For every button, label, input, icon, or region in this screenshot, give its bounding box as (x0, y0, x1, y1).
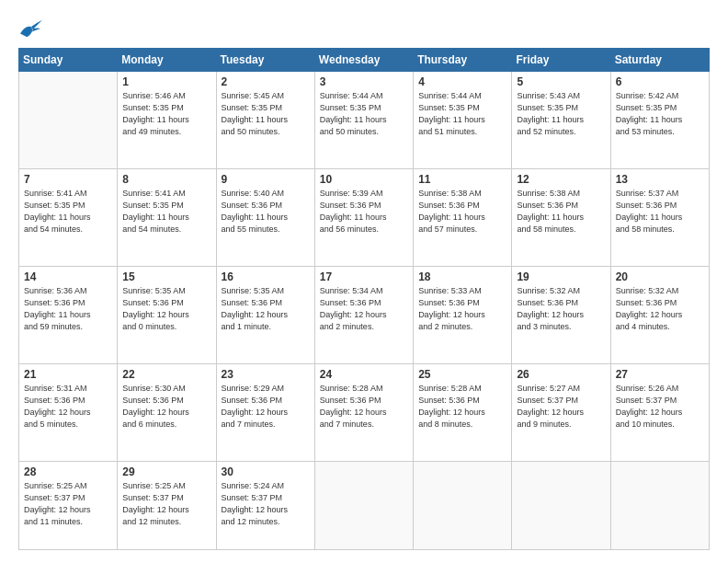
day-info: Sunrise: 5:32 AMSunset: 5:36 PMDaylight:… (616, 285, 704, 333)
week-row-1: 1Sunrise: 5:46 AMSunset: 5:35 PMDaylight… (19, 72, 710, 169)
day-info: Sunrise: 5:46 AMSunset: 5:35 PMDaylight:… (122, 90, 210, 138)
calendar-cell: 28Sunrise: 5:25 AMSunset: 5:37 PMDayligh… (19, 461, 118, 549)
weekday-header-row: SundayMondayTuesdayWednesdayThursdayFrid… (19, 49, 710, 72)
calendar-cell: 14Sunrise: 5:36 AMSunset: 5:36 PMDayligh… (19, 266, 118, 363)
calendar-cell: 4Sunrise: 5:44 AMSunset: 5:35 PMDaylight… (414, 72, 512, 169)
day-number: 9 (222, 173, 310, 186)
day-info: Sunrise: 5:28 AMSunset: 5:36 PMDaylight:… (320, 383, 408, 431)
day-info: Sunrise: 5:39 AMSunset: 5:36 PMDaylight:… (320, 188, 408, 236)
weekday-saturday: Saturday (610, 49, 709, 72)
calendar-cell: 6Sunrise: 5:42 AMSunset: 5:35 PMDaylight… (610, 72, 709, 169)
calendar-cell: 29Sunrise: 5:25 AMSunset: 5:37 PMDayligh… (118, 461, 216, 549)
day-number: 10 (320, 173, 408, 186)
header (18, 17, 710, 39)
week-row-4: 21Sunrise: 5:31 AMSunset: 5:36 PMDayligh… (19, 363, 710, 461)
day-info: Sunrise: 5:45 AMSunset: 5:35 PMDaylight:… (222, 90, 310, 138)
day-info: Sunrise: 5:32 AMSunset: 5:36 PMDaylight:… (517, 285, 605, 333)
day-number: 18 (418, 270, 506, 283)
calendar-cell: 19Sunrise: 5:32 AMSunset: 5:36 PMDayligh… (512, 266, 610, 363)
day-number: 6 (616, 75, 704, 88)
day-number: 26 (517, 368, 605, 381)
calendar-cell: 9Sunrise: 5:40 AMSunset: 5:36 PMDaylight… (216, 168, 314, 266)
day-number: 5 (517, 75, 605, 88)
day-number: 28 (24, 465, 112, 478)
calendar-cell: 20Sunrise: 5:32 AMSunset: 5:36 PMDayligh… (610, 266, 709, 363)
calendar-cell: 22Sunrise: 5:30 AMSunset: 5:36 PMDayligh… (118, 363, 216, 461)
calendar-cell (19, 72, 118, 169)
day-info: Sunrise: 5:29 AMSunset: 5:36 PMDaylight:… (222, 383, 310, 431)
week-row-5: 28Sunrise: 5:25 AMSunset: 5:37 PMDayligh… (19, 461, 710, 549)
calendar-table: SundayMondayTuesdayWednesdayThursdayFrid… (18, 48, 710, 550)
day-info: Sunrise: 5:38 AMSunset: 5:36 PMDaylight:… (517, 188, 605, 236)
day-info: Sunrise: 5:33 AMSunset: 5:36 PMDaylight:… (418, 285, 506, 333)
day-info: Sunrise: 5:44 AMSunset: 5:35 PMDaylight:… (418, 90, 506, 138)
day-info: Sunrise: 5:41 AMSunset: 5:35 PMDaylight:… (122, 188, 210, 236)
calendar-cell: 10Sunrise: 5:39 AMSunset: 5:36 PMDayligh… (314, 168, 413, 266)
weekday-wednesday: Wednesday (314, 49, 413, 72)
day-info: Sunrise: 5:31 AMSunset: 5:36 PMDaylight:… (24, 383, 112, 431)
day-info: Sunrise: 5:26 AMSunset: 5:37 PMDaylight:… (616, 383, 704, 431)
calendar-cell: 13Sunrise: 5:37 AMSunset: 5:36 PMDayligh… (610, 168, 709, 266)
day-info: Sunrise: 5:43 AMSunset: 5:35 PMDaylight:… (517, 90, 605, 138)
calendar-cell: 8Sunrise: 5:41 AMSunset: 5:35 PMDaylight… (118, 168, 216, 266)
day-number: 13 (616, 173, 704, 186)
calendar-cell: 11Sunrise: 5:38 AMSunset: 5:36 PMDayligh… (414, 168, 512, 266)
day-info: Sunrise: 5:24 AMSunset: 5:37 PMDaylight:… (222, 480, 310, 528)
weekday-tuesday: Tuesday (216, 49, 314, 72)
day-number: 11 (418, 173, 506, 186)
day-info: Sunrise: 5:25 AMSunset: 5:37 PMDaylight:… (122, 480, 210, 528)
day-info: Sunrise: 5:27 AMSunset: 5:37 PMDaylight:… (517, 383, 605, 431)
calendar-cell: 26Sunrise: 5:27 AMSunset: 5:37 PMDayligh… (512, 363, 610, 461)
day-number: 8 (122, 173, 210, 186)
day-info: Sunrise: 5:40 AMSunset: 5:36 PMDaylight:… (222, 188, 310, 236)
day-info: Sunrise: 5:35 AMSunset: 5:36 PMDaylight:… (222, 285, 310, 333)
logo-icon (18, 17, 44, 39)
calendar-cell: 25Sunrise: 5:28 AMSunset: 5:36 PMDayligh… (414, 363, 512, 461)
day-info: Sunrise: 5:41 AMSunset: 5:35 PMDaylight:… (24, 188, 112, 236)
day-number: 30 (222, 465, 310, 478)
day-number: 16 (222, 270, 310, 283)
weekday-sunday: Sunday (19, 49, 118, 72)
calendar-cell: 1Sunrise: 5:46 AMSunset: 5:35 PMDaylight… (118, 72, 216, 169)
day-number: 19 (517, 270, 605, 283)
day-number: 15 (122, 270, 210, 283)
day-info: Sunrise: 5:35 AMSunset: 5:36 PMDaylight:… (122, 285, 210, 333)
calendar-cell: 12Sunrise: 5:38 AMSunset: 5:36 PMDayligh… (512, 168, 610, 266)
logo (18, 17, 48, 39)
day-number: 29 (122, 465, 210, 478)
page: SundayMondayTuesdayWednesdayThursdayFrid… (0, 0, 728, 563)
day-info: Sunrise: 5:34 AMSunset: 5:36 PMDaylight:… (320, 285, 408, 333)
calendar-cell: 16Sunrise: 5:35 AMSunset: 5:36 PMDayligh… (216, 266, 314, 363)
calendar-cell (314, 461, 413, 549)
calendar-cell: 30Sunrise: 5:24 AMSunset: 5:37 PMDayligh… (216, 461, 314, 549)
day-number: 7 (24, 173, 112, 186)
day-number: 22 (122, 368, 210, 381)
day-info: Sunrise: 5:30 AMSunset: 5:36 PMDaylight:… (122, 383, 210, 431)
day-info: Sunrise: 5:36 AMSunset: 5:36 PMDaylight:… (24, 285, 112, 333)
calendar-cell (610, 461, 709, 549)
day-number: 4 (418, 75, 506, 88)
calendar-cell: 17Sunrise: 5:34 AMSunset: 5:36 PMDayligh… (314, 266, 413, 363)
day-number: 1 (122, 75, 210, 88)
day-number: 12 (517, 173, 605, 186)
day-info: Sunrise: 5:25 AMSunset: 5:37 PMDaylight:… (24, 480, 112, 528)
day-number: 25 (418, 368, 506, 381)
day-number: 23 (222, 368, 310, 381)
day-number: 20 (616, 270, 704, 283)
calendar-cell: 23Sunrise: 5:29 AMSunset: 5:36 PMDayligh… (216, 363, 314, 461)
day-number: 27 (616, 368, 704, 381)
weekday-monday: Monday (118, 49, 216, 72)
calendar-cell: 2Sunrise: 5:45 AMSunset: 5:35 PMDaylight… (216, 72, 314, 169)
calendar-cell: 18Sunrise: 5:33 AMSunset: 5:36 PMDayligh… (414, 266, 512, 363)
calendar-cell (414, 461, 512, 549)
week-row-2: 7Sunrise: 5:41 AMSunset: 5:35 PMDaylight… (19, 168, 710, 266)
calendar-cell: 5Sunrise: 5:43 AMSunset: 5:35 PMDaylight… (512, 72, 610, 169)
calendar-cell: 3Sunrise: 5:44 AMSunset: 5:35 PMDaylight… (314, 72, 413, 169)
day-number: 3 (320, 75, 408, 88)
weekday-friday: Friday (512, 49, 610, 72)
calendar-cell: 15Sunrise: 5:35 AMSunset: 5:36 PMDayligh… (118, 266, 216, 363)
calendar-cell: 24Sunrise: 5:28 AMSunset: 5:36 PMDayligh… (314, 363, 413, 461)
day-info: Sunrise: 5:28 AMSunset: 5:36 PMDaylight:… (418, 383, 506, 431)
calendar-cell: 27Sunrise: 5:26 AMSunset: 5:37 PMDayligh… (610, 363, 709, 461)
day-number: 14 (24, 270, 112, 283)
